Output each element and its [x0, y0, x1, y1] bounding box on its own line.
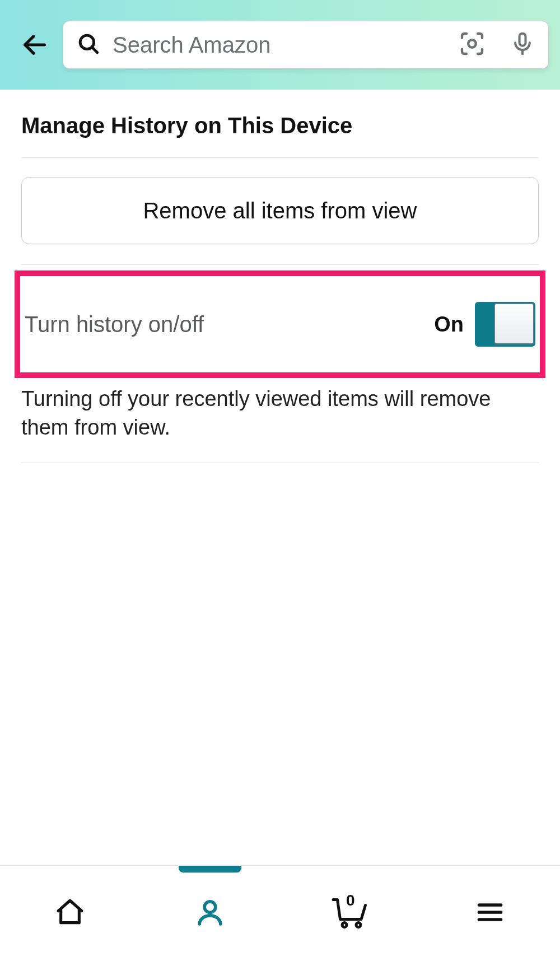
history-toggle-switch[interactable]: [475, 302, 535, 347]
camera-scan-icon[interactable]: [459, 30, 486, 59]
history-toggle-row: Turn history on/off On: [25, 288, 535, 360]
content-area: Manage History on This Device Remove all…: [0, 90, 560, 463]
divider: [21, 157, 539, 158]
svg-point-6: [204, 902, 216, 913]
arrow-left-icon: [20, 30, 49, 59]
cart-icon: [330, 922, 370, 931]
nav-account[interactable]: [140, 866, 280, 961]
history-toggle-state: On: [434, 312, 464, 337]
nav-home[interactable]: [0, 866, 140, 961]
history-help-text: Turning off your recently viewed items w…: [21, 378, 539, 463]
active-tab-indicator: [179, 866, 241, 873]
back-button[interactable]: [17, 27, 53, 63]
divider: [21, 264, 539, 265]
page-title: Manage History on This Device: [21, 90, 539, 157]
search-icon: [77, 32, 100, 58]
svg-rect-4: [520, 34, 526, 46]
user-icon: [194, 897, 226, 930]
microphone-icon[interactable]: [510, 30, 535, 59]
hamburger-icon: [475, 898, 505, 929]
remove-all-items-button[interactable]: Remove all items from view: [21, 177, 539, 244]
svg-point-8: [356, 923, 361, 927]
search-input[interactable]: [113, 32, 453, 58]
highlighted-toggle-section: Turn history on/off On: [15, 270, 545, 378]
nav-cart[interactable]: 0: [280, 866, 420, 961]
cart-count-badge: 0: [346, 892, 355, 909]
divider: [21, 463, 539, 463]
bottom-nav: 0: [0, 865, 560, 961]
svg-point-3: [468, 40, 476, 48]
app-header: [0, 0, 560, 90]
home-icon: [54, 897, 86, 930]
svg-line-2: [92, 47, 97, 52]
nav-menu[interactable]: [420, 866, 560, 961]
svg-point-7: [342, 923, 347, 927]
history-toggle-label: Turn history on/off: [25, 312, 204, 337]
search-bar[interactable]: [63, 21, 549, 69]
